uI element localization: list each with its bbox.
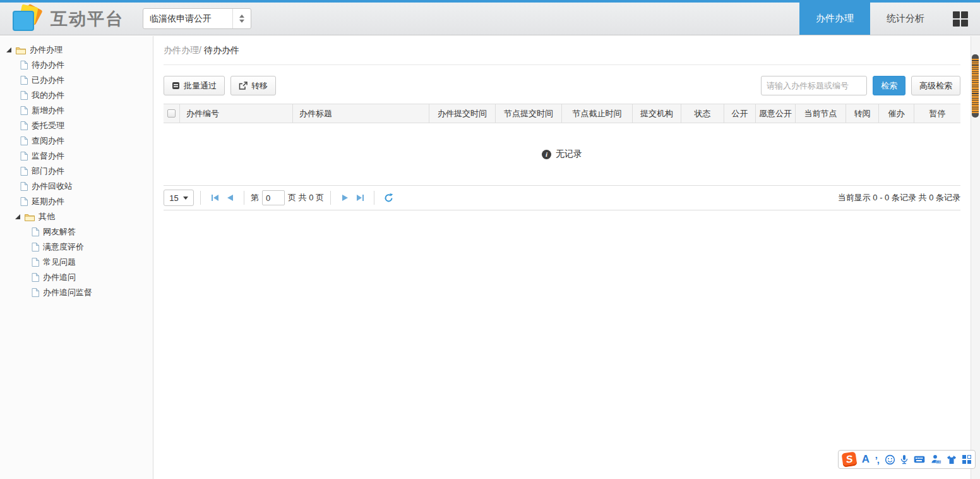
next-page-button[interactable] bbox=[337, 190, 352, 205]
spinner-arrows-icon bbox=[232, 9, 251, 28]
sidebar-item-review-cases[interactable]: 查阅办件 bbox=[0, 133, 153, 149]
sidebar-item-supervise-cases[interactable]: 监督办件 bbox=[0, 149, 153, 164]
app-header: 互动平台 临淄依申请公开 办件办理 统计分析 bbox=[0, 3, 980, 35]
column-header-public[interactable]: 公开 bbox=[724, 104, 755, 123]
column-header-urge[interactable]: 催办 bbox=[878, 104, 914, 123]
file-icon bbox=[32, 258, 39, 267]
apps-grid-button[interactable] bbox=[941, 3, 980, 35]
caret-expanded-icon[interactable] bbox=[15, 214, 20, 219]
keyboard-icon[interactable] bbox=[914, 456, 925, 463]
sidebar-item-pending-cases[interactable]: 待办办件 bbox=[0, 58, 153, 73]
page-label-prefix: 第 bbox=[251, 192, 259, 203]
column-header-status[interactable]: 状态 bbox=[681, 104, 724, 123]
prev-page-icon bbox=[227, 195, 233, 201]
file-icon bbox=[20, 106, 28, 115]
advanced-search-button[interactable]: 高级检索 bbox=[911, 76, 960, 95]
last-page-button[interactable] bbox=[352, 190, 368, 205]
sidebar-item-my-cases[interactable]: 我的办件 bbox=[0, 88, 153, 103]
column-header-node-deadline[interactable]: 节点截止时间 bbox=[561, 104, 632, 123]
folder-icon bbox=[16, 46, 26, 54]
prev-page-button[interactable] bbox=[222, 190, 237, 205]
ime-toolbar: S A ’, 19 bbox=[838, 450, 976, 469]
breadcrumb-section[interactable]: 办件办理/ bbox=[164, 45, 201, 55]
page-number-input[interactable] bbox=[262, 190, 285, 205]
folder-icon bbox=[25, 213, 35, 221]
account-badge: 19 bbox=[936, 461, 940, 464]
tree-label: 已办办件 bbox=[32, 75, 64, 86]
tree-label: 其他 bbox=[39, 211, 55, 222]
sidebar-item-entrusted-acceptance[interactable]: 委托受理 bbox=[0, 118, 153, 133]
punctuation-icon[interactable]: ’, bbox=[875, 454, 879, 465]
sidebar-item-case-followup[interactable]: 办件追问 bbox=[0, 270, 153, 285]
column-header-case-number[interactable]: 办件编号 bbox=[179, 104, 292, 123]
select-all-checkbox[interactable] bbox=[167, 109, 176, 118]
tree-label: 监督办件 bbox=[32, 150, 64, 162]
search-area: 检索 高级检索 bbox=[761, 76, 960, 95]
select-all-cell bbox=[164, 104, 179, 123]
sidebar-item-netizen-answers[interactable]: 网友解答 bbox=[0, 224, 153, 240]
page-size-select[interactable]: 15 bbox=[164, 190, 194, 206]
sidebar-item-recycle-bin[interactable]: 办件回收站 bbox=[0, 179, 153, 194]
page-label-total: 页 共 0 页 bbox=[288, 192, 324, 203]
tree-folder-case-handling[interactable]: 办件办理 bbox=[0, 42, 153, 58]
account-icon[interactable]: 19 bbox=[931, 454, 941, 464]
microphone-icon[interactable] bbox=[900, 454, 908, 464]
column-header-pause[interactable]: 暂停 bbox=[914, 104, 960, 123]
file-icon bbox=[20, 152, 28, 161]
emoji-icon[interactable] bbox=[885, 454, 895, 465]
skin-icon[interactable] bbox=[947, 455, 957, 464]
site-select[interactable]: 临淄依申请公开 bbox=[143, 8, 251, 29]
caret-expanded-icon[interactable] bbox=[6, 47, 11, 52]
transfer-button[interactable]: 转移 bbox=[230, 76, 276, 95]
file-icon bbox=[32, 288, 39, 297]
transfer-label: 转移 bbox=[251, 80, 268, 92]
toolbox-icon[interactable] bbox=[962, 455, 971, 464]
table-header-row: 办件编号 办件标题 办件提交时间 节点提交时间 节点截止时间 提交机构 状态 公… bbox=[164, 104, 960, 123]
next-page-icon bbox=[342, 195, 348, 201]
column-header-forward-read[interactable]: 转阅 bbox=[846, 104, 878, 123]
scrollbar-thumb[interactable] bbox=[972, 54, 979, 118]
sidebar-item-delayed-cases[interactable]: 延期办件 bbox=[0, 194, 153, 209]
sidebar-item-department-cases[interactable]: 部门办件 bbox=[0, 164, 153, 179]
file-icon bbox=[20, 61, 28, 70]
tab-case-handling[interactable]: 办件办理 bbox=[799, 3, 870, 35]
sogou-logo-icon[interactable]: S bbox=[842, 452, 858, 468]
page-size-value: 15 bbox=[169, 193, 178, 203]
tab-statistics[interactable]: 统计分析 bbox=[870, 3, 941, 35]
tree-label: 办件办理 bbox=[30, 44, 63, 56]
refresh-button[interactable] bbox=[381, 190, 396, 205]
batch-approve-button[interactable]: 批量通过 bbox=[164, 76, 225, 95]
pagination-bar: 15 第 页 共 0 页 当前显示 0 - 0 条记录 共 0 条记录 bbox=[164, 185, 960, 210]
toolbar: 批量通过 转移 检索 高级检索 bbox=[164, 76, 960, 95]
column-header-node-submit-time[interactable]: 节点提交时间 bbox=[495, 104, 561, 123]
file-icon bbox=[20, 182, 28, 191]
sidebar-item-done-cases[interactable]: 已办办件 bbox=[0, 73, 153, 88]
column-header-case-submit-time[interactable]: 办件提交时间 bbox=[429, 104, 495, 123]
tree-folder-others[interactable]: 其他 bbox=[0, 209, 153, 224]
header-tabs: 办件办理 统计分析 bbox=[799, 3, 980, 35]
site-select-value: 临淄依申请公开 bbox=[143, 13, 232, 25]
apps-grid-icon bbox=[953, 11, 968, 27]
app-title: 互动平台 bbox=[51, 8, 124, 30]
file-icon bbox=[20, 76, 28, 85]
file-icon bbox=[20, 121, 28, 130]
sidebar-item-satisfaction-rating[interactable]: 满意度评价 bbox=[0, 240, 153, 255]
scrollbar-track[interactable] bbox=[971, 36, 980, 479]
search-input[interactable] bbox=[761, 76, 867, 95]
column-header-submit-org[interactable]: 提交机构 bbox=[632, 104, 681, 123]
app-logo-icon bbox=[11, 6, 42, 32]
column-header-case-title[interactable]: 办件标题 bbox=[292, 104, 429, 123]
column-header-current-node[interactable]: 当前节点 bbox=[795, 104, 846, 123]
breadcrumb-divider bbox=[164, 64, 960, 65]
sidebar-item-faq[interactable]: 常见问题 bbox=[0, 255, 153, 270]
refresh-icon bbox=[384, 193, 393, 203]
search-button[interactable]: 检索 bbox=[873, 76, 905, 95]
input-mode-icon[interactable]: A bbox=[862, 453, 869, 466]
file-icon bbox=[20, 167, 28, 176]
sidebar-item-case-followup-supervision[interactable]: 办件追问监督 bbox=[0, 285, 153, 300]
column-header-willing-public[interactable]: 愿意公开 bbox=[755, 104, 795, 123]
sidebar-item-new-case[interactable]: 新增办件 bbox=[0, 103, 153, 118]
first-page-button[interactable] bbox=[207, 190, 222, 205]
file-icon bbox=[32, 227, 39, 236]
records-summary: 当前显示 0 - 0 条记录 共 0 条记录 bbox=[838, 192, 960, 203]
